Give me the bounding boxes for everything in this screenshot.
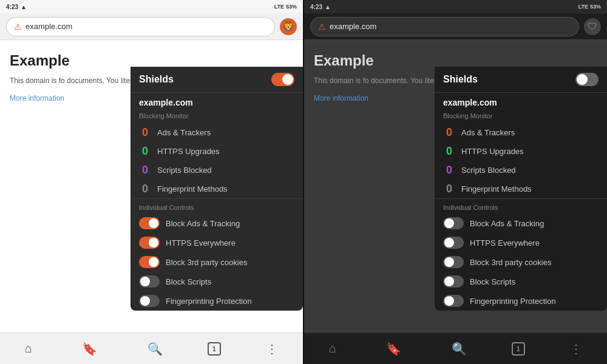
time-left: 4:23 xyxy=(6,4,18,10)
url-bar-right[interactable]: ⚠ example.com xyxy=(310,17,579,36)
tab-count-left[interactable]: 1 xyxy=(208,342,221,356)
right-phone: 4:23 ▲ LTE 53% ⚠ example.com 🛡 Example T… xyxy=(304,0,607,364)
toggle-ads-right[interactable] xyxy=(443,217,464,229)
controls-section-left: Individual Controls Block Ads & Tracking… xyxy=(131,199,303,311)
stat-num-fp-right: 0 xyxy=(443,183,455,195)
controls-label-right: Individual Controls xyxy=(443,199,599,214)
more-info-link-right[interactable]: More information xyxy=(314,94,368,103)
more-info-link-left[interactable]: More information xyxy=(10,94,64,103)
search-icon-right[interactable]: 🔍 xyxy=(447,337,472,361)
stat-label-scripts-right: Scripts Blocked xyxy=(461,166,599,175)
stat-num-https-left: 0 xyxy=(139,145,151,158)
blocking-monitor-label-left: Blocking Monitor xyxy=(131,110,303,123)
shields-toggle-knob-right xyxy=(577,74,588,85)
control-row-cookies-right: Block 3rd party cookies xyxy=(443,252,599,272)
stat-row-fp-right: 0 Fingerprint Methods xyxy=(443,180,599,198)
brave-shield-button-right[interactable]: 🛡 xyxy=(584,18,601,35)
stat-num-scripts-left: 0 xyxy=(139,164,151,177)
signal-icon-right: ▲ xyxy=(325,4,331,10)
toggle-fp-left[interactable] xyxy=(139,295,160,307)
bookmark-icon-right[interactable]: 🔖 xyxy=(381,337,406,361)
bottom-nav-left: ⌂ 🔖 🔍 1 ⋮ xyxy=(0,332,303,364)
shields-toggle-left[interactable] xyxy=(271,73,294,86)
shields-header-right: Shields xyxy=(435,67,607,93)
stat-row-fp-left: 0 Fingerprint Methods xyxy=(139,180,294,198)
web-content-right: Example This domain is fo documents. You… xyxy=(304,40,607,332)
status-right-right: LTE 53% xyxy=(578,4,601,10)
blocking-monitor-label-right: Blocking Monitor xyxy=(435,110,607,123)
bookmark-icon-left[interactable]: 🔖 xyxy=(77,337,102,361)
shields-panel-left: Shields example.com Blocking Monitor 0 A… xyxy=(131,67,303,311)
toggle-scripts-right[interactable] xyxy=(443,275,464,288)
stat-label-https-right: HTTPS Upgrades xyxy=(461,147,599,156)
stat-row-scripts-left: 0 Scripts Blocked xyxy=(139,161,294,180)
toggle-cookies-left[interactable] xyxy=(139,256,160,268)
battery-left: 53% xyxy=(286,4,297,10)
bottom-nav-right: ⌂ 🔖 🔍 1 ⋮ xyxy=(304,332,607,364)
status-bar-left: 4:23 ▲ LTE 53% xyxy=(0,0,303,13)
controls-section-right: Individual Controls Block Ads & Tracking… xyxy=(435,199,607,311)
control-label-ads-right: Block Ads & Tracking xyxy=(470,219,544,228)
network-left: LTE xyxy=(274,4,284,10)
url-text-left: example.com xyxy=(25,22,72,31)
control-label-cookies-left: Block 3rd party cookies xyxy=(166,258,247,267)
toggle-cookies-right[interactable] xyxy=(443,256,464,268)
signal-icon-left: ▲ xyxy=(21,4,27,10)
shields-title-left: Shields xyxy=(139,74,174,85)
toggle-fp-right[interactable] xyxy=(443,295,464,307)
stat-num-https-right: 0 xyxy=(443,145,455,158)
stat-num-fp-left: 0 xyxy=(139,183,151,195)
stats-section-right: 0 Ads & Trackers 0 HTTPS Upgrades 0 Scri… xyxy=(435,123,607,199)
shields-domain-left: example.com xyxy=(131,93,303,110)
stat-num-ads-right: 0 xyxy=(443,126,455,139)
status-left-right: 4:23 ▲ xyxy=(310,4,331,10)
shields-panel-right: Shields example.com Blocking Monitor 0 A… xyxy=(435,67,607,311)
toggle-ads-left[interactable] xyxy=(139,217,160,229)
stat-num-ads-left: 0 xyxy=(139,126,151,139)
time-right: 4:23 xyxy=(310,4,322,10)
stat-label-scripts-left: Scripts Blocked xyxy=(157,166,294,175)
control-row-scripts-right: Block Scripts xyxy=(443,272,599,291)
shields-domain-name-left: example.com xyxy=(139,98,294,107)
menu-icon-right[interactable]: ⋮ xyxy=(565,337,587,361)
brave-shield-button-left[interactable]: 🦁 xyxy=(280,18,297,35)
toggle-https-right[interactable] xyxy=(443,237,464,249)
control-row-ads-right: Block Ads & Tracking xyxy=(443,214,599,233)
control-label-https-right: HTTPS Everywhere xyxy=(470,238,540,248)
url-bar-left[interactable]: ⚠ example.com xyxy=(6,17,275,36)
home-icon-left[interactable]: ⌂ xyxy=(20,337,37,360)
tab-count-right[interactable]: 1 xyxy=(512,342,525,356)
shields-toggle-right[interactable] xyxy=(575,73,599,86)
search-icon-left[interactable]: 🔍 xyxy=(143,337,168,361)
web-content-left: Example This domain is fo documents. You… xyxy=(0,40,303,332)
shields-domain-name-right: example.com xyxy=(443,98,599,107)
control-label-fp-left: Fingerprinting Protection xyxy=(166,297,252,306)
warning-icon-left: ⚠ xyxy=(14,22,22,32)
stat-label-ads-right: Ads & Trackers xyxy=(461,128,599,137)
control-row-scripts-left: Block Scripts xyxy=(139,272,294,291)
shields-domain-right: example.com xyxy=(435,93,607,110)
toggle-https-left[interactable] xyxy=(139,237,160,249)
control-row-fp-right: Fingerprinting Protection xyxy=(443,291,599,311)
url-text-right: example.com xyxy=(330,22,376,31)
stat-row-scripts-right: 0 Scripts Blocked xyxy=(443,161,599,180)
toggle-scripts-left[interactable] xyxy=(139,275,160,288)
control-row-https-right: HTTPS Everywhere xyxy=(443,233,599,252)
stat-label-ads-left: Ads & Trackers xyxy=(157,128,294,137)
control-label-ads-left: Block Ads & Tracking xyxy=(166,219,240,228)
control-row-cookies-left: Block 3rd party cookies xyxy=(139,252,294,272)
stat-label-https-left: HTTPS Upgrades xyxy=(157,147,294,156)
shields-toggle-knob-left xyxy=(282,74,293,85)
control-label-scripts-left: Block Scripts xyxy=(166,277,211,286)
browser-toolbar-left: ⚠ example.com 🦁 xyxy=(0,13,303,40)
home-icon-right[interactable]: ⌂ xyxy=(324,337,341,360)
shields-title-right: Shields xyxy=(443,74,478,85)
left-phone: 4:23 ▲ LTE 53% ⚠ example.com 🦁 Example T… xyxy=(0,0,303,364)
stat-row-ads-left: 0 Ads & Trackers xyxy=(139,123,294,142)
menu-icon-left[interactable]: ⋮ xyxy=(261,337,283,361)
warning-icon-right: ⚠ xyxy=(318,22,326,32)
browser-toolbar-right: ⚠ example.com 🛡 xyxy=(304,13,607,40)
stat-label-fp-left: Fingerprint Methods xyxy=(157,184,294,194)
controls-label-left: Individual Controls xyxy=(139,199,294,214)
control-label-cookies-right: Block 3rd party cookies xyxy=(470,258,551,267)
